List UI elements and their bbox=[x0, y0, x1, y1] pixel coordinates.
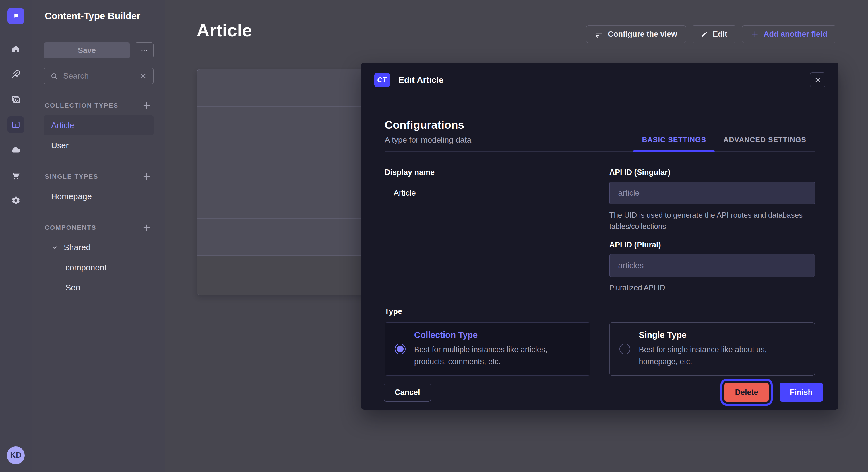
modal-footer: Cancel Delete Finish bbox=[361, 374, 838, 410]
add-component-button[interactable] bbox=[141, 222, 152, 233]
display-name-input[interactable] bbox=[384, 181, 590, 204]
plus-icon bbox=[143, 101, 151, 110]
collection-types-section: COLLECTION TYPES Article User bbox=[43, 100, 154, 156]
search-box bbox=[43, 68, 154, 84]
save-row: Save bbox=[43, 42, 154, 59]
collection-type-title: Collection Type bbox=[414, 330, 580, 340]
settings-nav-button[interactable] bbox=[7, 192, 24, 209]
sidebar-header: Content-Type Builder bbox=[32, 0, 165, 32]
type-label: Type bbox=[384, 307, 815, 316]
page-title: Article bbox=[197, 20, 252, 40]
content-type-badge: CT bbox=[374, 73, 390, 87]
chevron-down-icon bbox=[51, 244, 59, 251]
collection-types-label: COLLECTION TYPES bbox=[45, 102, 118, 109]
single-type-title: Single Type bbox=[639, 330, 805, 340]
display-name-field: Display name bbox=[384, 168, 590, 232]
close-icon bbox=[814, 76, 822, 84]
more-actions-button[interactable] bbox=[135, 42, 154, 59]
sidebar-item-article[interactable]: Article bbox=[43, 115, 154, 135]
tab-basic-settings[interactable]: BASIC SETTINGS bbox=[633, 136, 715, 151]
close-modal-button[interactable] bbox=[810, 72, 825, 88]
strapi-logo[interactable] bbox=[7, 8, 24, 24]
edit-content-type-modal: CT Edit Article Configurations A type fo… bbox=[361, 63, 838, 410]
ellipsis-icon bbox=[141, 47, 148, 54]
sidebar-body: Save COLLECTION TYPES Article Us bbox=[32, 32, 165, 298]
add-single-type-button[interactable] bbox=[141, 171, 152, 182]
api-id-plural-input bbox=[609, 254, 815, 277]
tab-advanced-settings[interactable]: ADVANCED SETTINGS bbox=[715, 136, 815, 151]
plus-icon bbox=[751, 30, 759, 38]
components-section: COMPONENTS Shared component Seo bbox=[43, 222, 154, 298]
cart-icon bbox=[11, 171, 20, 180]
sidebar-item-user[interactable]: User bbox=[43, 135, 154, 156]
media-library-icon bbox=[11, 95, 20, 104]
modal-header: CT Edit Article bbox=[361, 63, 838, 98]
home-icon bbox=[11, 44, 20, 54]
sidebar-item-component[interactable]: component bbox=[43, 258, 154, 278]
single-type-option[interactable]: Single Type Best for single instance lik… bbox=[609, 322, 815, 376]
delete-button[interactable]: Delete bbox=[724, 383, 768, 402]
sidebar-item-homepage[interactable]: Homepage bbox=[43, 187, 154, 206]
configurations-title: Configurations bbox=[384, 119, 471, 131]
add-collection-type-button[interactable] bbox=[141, 100, 152, 111]
strapi-logo-icon bbox=[11, 11, 20, 21]
api-id-singular-label: API ID (Singular) bbox=[609, 168, 815, 177]
configurations-subtitle: A type for modeling data bbox=[384, 135, 471, 144]
settings-tabs: BASIC SETTINGS ADVANCED SETTINGS bbox=[633, 136, 815, 151]
feather-icon bbox=[11, 70, 20, 79]
main-content: Article Configure the view Edit Add anot… bbox=[166, 0, 868, 472]
deploy-nav-button[interactable] bbox=[7, 142, 24, 158]
api-id-plural-label: API ID (Plural) bbox=[609, 241, 815, 249]
api-id-singular-field: API ID (Singular) The UID is used to gen… bbox=[609, 168, 815, 232]
shared-group-label: Shared bbox=[64, 243, 91, 252]
modal-body: Configurations A type for modeling data … bbox=[361, 98, 838, 376]
sidebar-title: Content-Type Builder bbox=[45, 11, 141, 22]
modal-title: Edit Article bbox=[398, 75, 443, 85]
radio-selected-icon bbox=[395, 343, 406, 355]
collection-type-description: Best for multiple instances like article… bbox=[414, 344, 580, 368]
radio-unselected-icon bbox=[619, 343, 630, 355]
content-manager-nav-button[interactable] bbox=[7, 66, 24, 82]
avatar[interactable]: KD bbox=[7, 446, 25, 464]
save-button[interactable]: Save bbox=[43, 42, 130, 59]
home-nav-button[interactable] bbox=[7, 41, 24, 57]
modal-section-head: Configurations A type for modeling data … bbox=[384, 119, 815, 152]
nav-rail-header bbox=[0, 0, 32, 32]
components-label: COMPONENTS bbox=[45, 224, 96, 231]
cloud-icon bbox=[11, 145, 21, 155]
api-id-singular-hint: The UID is used to generate the API rout… bbox=[609, 210, 815, 232]
main-nav-rail: KD bbox=[0, 0, 32, 472]
plus-icon bbox=[143, 224, 151, 232]
search-icon bbox=[50, 72, 58, 80]
api-id-plural-hint: Pluralized API ID bbox=[609, 282, 815, 293]
marketplace-nav-button[interactable] bbox=[7, 167, 24, 183]
sidebar-item-seo[interactable]: Seo bbox=[43, 278, 154, 298]
display-name-label: Display name bbox=[384, 168, 590, 177]
edit-button[interactable]: Edit bbox=[692, 25, 736, 43]
search-input[interactable] bbox=[63, 71, 134, 80]
configure-view-button[interactable]: Configure the view bbox=[586, 25, 686, 43]
modal-form: Display name API ID (Singular) The UID i… bbox=[384, 168, 815, 376]
api-id-singular-input bbox=[609, 181, 815, 204]
gear-icon bbox=[11, 196, 20, 205]
single-types-section: SINGLE TYPES Homepage bbox=[43, 171, 154, 206]
content-type-builder-nav-button[interactable] bbox=[7, 116, 24, 133]
media-library-nav-button[interactable] bbox=[7, 91, 24, 108]
clear-search-icon[interactable] bbox=[140, 72, 147, 80]
plus-icon bbox=[143, 172, 151, 181]
collection-type-option[interactable]: Collection Type Best for multiple instan… bbox=[384, 322, 590, 376]
configure-list-icon bbox=[595, 30, 603, 38]
finish-button[interactable]: Finish bbox=[780, 383, 823, 402]
header-actions: Configure the view Edit Add another fiel… bbox=[586, 25, 836, 43]
single-type-description: Best for single instance like about us, … bbox=[639, 344, 805, 368]
cancel-button[interactable]: Cancel bbox=[384, 383, 431, 402]
single-types-label: SINGLE TYPES bbox=[45, 173, 98, 180]
type-options: Collection Type Best for multiple instan… bbox=[384, 322, 815, 376]
add-another-field-button[interactable]: Add another field bbox=[742, 25, 836, 43]
pencil-icon bbox=[701, 30, 708, 38]
nav-rail-items bbox=[7, 41, 24, 209]
api-id-plural-field: API ID (Plural) Pluralized API ID bbox=[609, 241, 815, 293]
nav-rail-footer: KD bbox=[0, 438, 32, 472]
sidebar-group-shared[interactable]: Shared bbox=[43, 237, 154, 258]
content-type-builder-icon bbox=[11, 120, 20, 129]
